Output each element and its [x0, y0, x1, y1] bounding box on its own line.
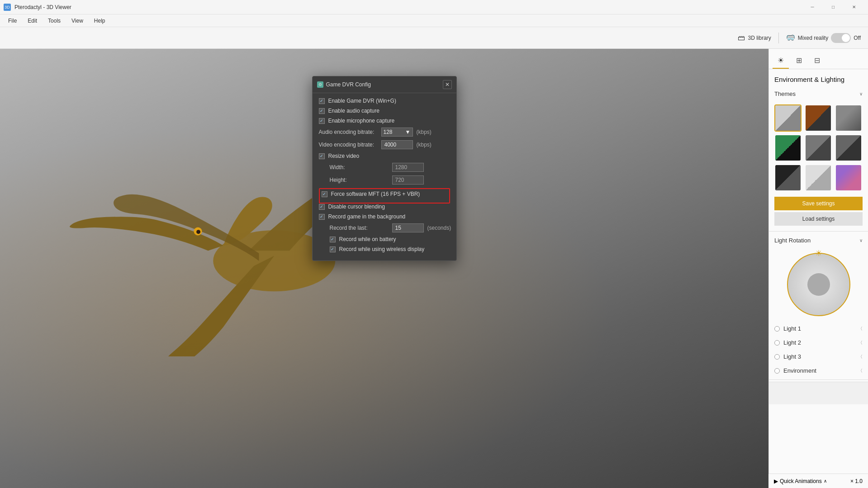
theme-preview-2	[806, 105, 831, 131]
video-bitrate-input[interactable]	[381, 140, 413, 149]
themes-header[interactable]: Themes ∨	[769, 87, 868, 101]
record-battery-row: ✓ Record while on battery	[319, 236, 450, 242]
theme-item-3[interactable]	[835, 104, 862, 132]
dialog-titlebar: ⚙ Game DVR Config ✕	[313, 76, 456, 93]
record-battery-label: Record while on battery	[339, 236, 396, 242]
divider-2	[769, 379, 868, 380]
minimize-button[interactable]: ─	[802, 0, 823, 14]
enable-gamedvr-row: ✓ Enable Game DVR (Win+G)	[319, 98, 450, 104]
light-1-item[interactable]: Light 1 〈	[769, 322, 868, 336]
light-rotation-label: Light Rotation	[774, 237, 811, 244]
force-mft-checkbox[interactable]: ✓	[322, 191, 327, 197]
theme-item-4[interactable]	[774, 134, 802, 161]
height-input[interactable]	[392, 175, 424, 185]
themes-label: Themes	[774, 90, 796, 97]
mixed-reality-switch[interactable]	[831, 33, 851, 43]
bottom-bar: ▶ Quick Animations ∧ × 1.0	[768, 474, 868, 488]
mixed-reality-icon: 🥽	[786, 33, 795, 42]
light-rotation-header[interactable]: Light Rotation ∨	[769, 233, 868, 247]
viewport[interactable]: ⚙ Game DVR Config ✕ ✓ Enable Game DVR (W…	[0, 49, 768, 488]
enable-audio-checkbox[interactable]: ✓	[319, 108, 325, 114]
titlebar-controls: ─ □ ✕	[802, 0, 864, 14]
theme-item-2[interactable]	[805, 104, 832, 132]
audio-bitrate-arrow: ▼	[405, 129, 411, 135]
tab-grid[interactable]: ⊞	[791, 52, 807, 69]
themes-chevron: ∨	[859, 91, 863, 96]
record-wireless-checkbox[interactable]: ✓	[330, 246, 336, 252]
titlebar: 3D Pterodactyl - 3D Viewer ─ □ ✕	[0, 0, 868, 14]
light-rotation-wheel[interactable]: ☀	[787, 253, 850, 316]
enable-mic-row: ✓ Enable microphone capture	[319, 118, 450, 124]
width-input[interactable]	[392, 163, 424, 172]
quick-animations-area: ▶ Quick Animations ∧	[774, 478, 827, 484]
theme-item-7[interactable]	[774, 164, 802, 191]
record-last-unit: (seconds)	[427, 225, 451, 231]
quick-animations-chevron[interactable]: ∧	[824, 479, 827, 483]
close-button[interactable]: ✕	[844, 0, 864, 14]
video-bitrate-row: Video encoding bitrate: (kbps)	[319, 140, 450, 149]
record-wireless-label: Record while using wireless display	[339, 246, 425, 252]
record-bg-label: Record game in the background	[328, 213, 406, 220]
light-2-chevron: 〈	[858, 340, 863, 346]
theme-item-8[interactable]	[805, 164, 832, 191]
toggle-knob	[842, 34, 850, 42]
theme-item-1[interactable]	[774, 104, 802, 132]
menu-file[interactable]: File	[4, 16, 21, 26]
theme-preview-8	[806, 165, 831, 190]
restore-button[interactable]: □	[823, 0, 844, 14]
light-3-label: Light 3	[783, 353, 801, 360]
theme-item-9[interactable]	[835, 164, 862, 191]
mixed-reality-toggle[interactable]: 🥽 Mixed reality Off	[786, 33, 861, 43]
disable-cursor-label: Disable cursor blending	[328, 204, 385, 210]
light-1-label: Light 1	[783, 325, 801, 332]
enable-audio-row: ✓ Enable audio capture	[319, 108, 450, 114]
bottom-controls	[769, 382, 868, 404]
light-2-item[interactable]: Light 2 〈	[769, 336, 868, 350]
audio-bitrate-select[interactable]: 128 ▼	[381, 128, 413, 137]
quick-animations-icon: ▶	[774, 478, 778, 484]
video-bitrate-label: Video encoding bitrate:	[319, 142, 378, 148]
record-bg-checkbox[interactable]: ✓	[319, 214, 325, 220]
resize-video-checkbox[interactable]: ✓	[319, 153, 325, 159]
game-dvr-dialog[interactable]: ⚙ Game DVR Config ✕ ✓ Enable Game DVR (W…	[312, 76, 457, 261]
theme-preview-3	[836, 105, 861, 131]
sun-icon: ☀	[815, 248, 822, 258]
mixed-reality-state: Off	[854, 35, 861, 41]
mixed-reality-label: Mixed reality	[798, 35, 828, 41]
width-label: Width:	[330, 164, 389, 171]
theme-preview-7	[775, 165, 801, 190]
theme-item-6[interactable]	[835, 134, 862, 161]
enable-gamedvr-checkbox[interactable]: ✓	[319, 98, 325, 104]
toolbar-divider	[778, 33, 779, 43]
light-3-item[interactable]: Light 3 〈	[769, 350, 868, 364]
dialog-body: ✓ Enable Game DVR (Win+G) ✓ Enable audio…	[313, 93, 456, 261]
tab-layout[interactable]: ⊟	[809, 52, 825, 69]
sidebar-tabs: ☀ ⊞ ⊟	[769, 49, 868, 69]
save-settings-button[interactable]: Save settings	[774, 197, 863, 210]
disable-cursor-checkbox[interactable]: ✓	[319, 204, 325, 210]
menu-help[interactable]: Help	[90, 16, 110, 26]
window-title: Pterodactyl - 3D Viewer	[14, 4, 71, 10]
light-1-chevron: 〈	[858, 326, 863, 332]
tab-environment[interactable]: ☀	[773, 52, 789, 69]
dialog-title-area: ⚙ Game DVR Config	[317, 81, 371, 88]
environment-chevron: 〈	[858, 368, 863, 374]
sidebar-section-title: Environment & Lighting	[769, 69, 868, 87]
dialog-title-text: Game DVR Config	[326, 81, 371, 88]
app-icon: 3D	[4, 4, 11, 11]
library-button[interactable]: 🗃 3D library	[738, 34, 771, 42]
force-mft-row: ✓ Force software MFT (16 FPS + VBR)	[320, 190, 449, 198]
menu-view[interactable]: View	[67, 16, 88, 26]
enable-mic-checkbox[interactable]: ✓	[319, 118, 325, 124]
dialog-close-button[interactable]: ✕	[443, 80, 452, 89]
menu-tools[interactable]: Tools	[43, 16, 65, 26]
force-mft-label: Force software MFT (16 FPS + VBR)	[331, 191, 420, 197]
load-settings-button[interactable]: Load settings	[774, 212, 863, 226]
light-1-left: Light 1	[774, 325, 801, 332]
environment-item[interactable]: Environment 〈	[769, 364, 868, 378]
record-last-input[interactable]	[392, 223, 424, 232]
theme-item-5[interactable]	[805, 134, 832, 161]
menu-edit[interactable]: Edit	[23, 16, 42, 26]
force-mft-highlighted-container: ✓ Force software MFT (16 FPS + VBR)	[319, 188, 450, 204]
record-battery-checkbox[interactable]: ✓	[330, 237, 336, 242]
